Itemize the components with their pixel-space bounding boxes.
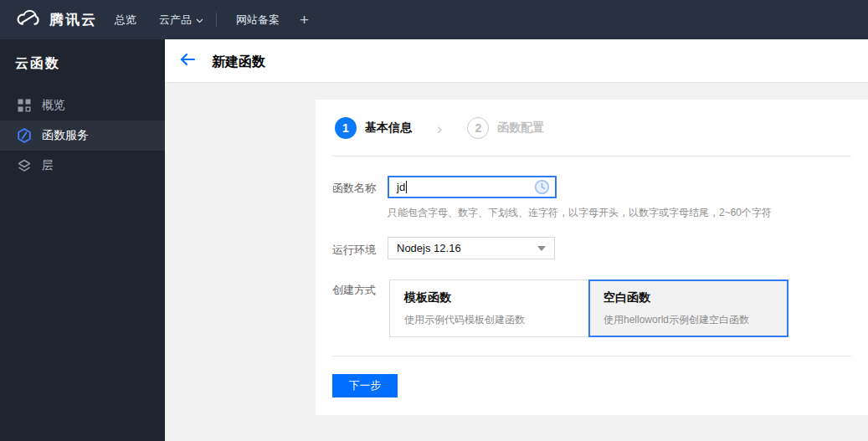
- tencent-cloud-logo[interactable]: 腾讯云: [15, 0, 97, 39]
- brand-name: 腾讯云: [49, 10, 97, 29]
- creation-method-options: 模板函数 使用示例代码模板创建函数 空白函数 使用helloworld示例创建空…: [389, 279, 788, 337]
- nav-item-overview[interactable]: 总览: [115, 0, 136, 39]
- nav-overview-label: 总览: [115, 13, 136, 28]
- sidebar-title: 云函数: [15, 55, 60, 73]
- app-window: 腾讯云 总览 云产品 网站备案 + 云函数: [0, 0, 868, 441]
- nav-item-website-beian[interactable]: 网站备案: [236, 0, 280, 39]
- nav-beian-label: 网站备案: [236, 13, 280, 28]
- option-title: 空白函数: [603, 290, 773, 305]
- step-separator-chevron-icon: ›: [437, 121, 442, 136]
- step-1-label: 基本信息: [365, 121, 412, 136]
- nav-divider: [216, 13, 217, 27]
- step-2-circle: 2: [467, 117, 489, 139]
- content-area: 1 基本信息 › 2 函数配置 函数名称 jd 只能包含字母、数字、下划线: [165, 83, 868, 441]
- step-1-circle: 1: [335, 117, 357, 139]
- grid-icon: [17, 98, 32, 113]
- caret-down-icon: [537, 246, 546, 251]
- runtime-label: 运行环境: [332, 243, 376, 258]
- clock-icon: [534, 179, 550, 195]
- option-description: 使用helloworld示例创建空白函数: [603, 313, 773, 327]
- footer-divider: [332, 356, 851, 356]
- function-name-input[interactable]: jd: [388, 176, 557, 198]
- page-title: 新建函数: [212, 54, 265, 71]
- sidebar-item-label: 概览: [42, 98, 65, 113]
- function-name-hint: 只能包含字母、数字、下划线、连字符，以字母开头，以数字或字母结尾，2~60个字符: [388, 206, 772, 220]
- sidebar-item-function-service[interactable]: 函数服务: [0, 121, 165, 151]
- page-header: 新建函数: [165, 39, 868, 83]
- nav-item-cloud-products[interactable]: 云产品: [159, 0, 203, 39]
- sidebar-item-overview[interactable]: 概览: [0, 90, 165, 121]
- sidebar-item-label: 函数服务: [42, 128, 89, 143]
- plus-icon: +: [300, 11, 309, 29]
- back-arrow-icon: [179, 53, 196, 69]
- back-button[interactable]: [178, 52, 197, 70]
- runtime-select[interactable]: Nodejs 12.16: [388, 237, 555, 259]
- sidebar-menu: 概览 函数服务 层: [0, 90, 165, 181]
- step-2-label: 函数配置: [497, 121, 544, 136]
- runtime-selected-value: Nodejs 12.16: [397, 242, 461, 254]
- option-description: 使用示例代码模板创建函数: [404, 313, 574, 327]
- chevron-down-icon: [196, 13, 203, 26]
- sidebar-item-layers[interactable]: 层: [0, 151, 165, 181]
- top-navbar: 腾讯云 总览 云产品 网站备案 +: [0, 0, 868, 39]
- option-title: 模板函数: [404, 290, 574, 305]
- wizard-steps: 1 基本信息 › 2 函数配置: [335, 117, 544, 139]
- text-cursor: [406, 181, 407, 193]
- steps-divider: [332, 156, 851, 156]
- function-name-value: jd: [397, 181, 405, 193]
- function-badge-icon: [17, 128, 32, 143]
- add-tab-button[interactable]: +: [300, 0, 309, 39]
- option-card-blank-function[interactable]: 空白函数 使用helloworld示例创建空白函数: [588, 279, 788, 337]
- option-card-template-function[interactable]: 模板函数 使用示例代码模板创建函数: [389, 279, 589, 337]
- nav-products-label: 云产品: [159, 13, 192, 28]
- next-step-button[interactable]: 下一步: [332, 374, 398, 397]
- sidebar: 云函数 概览: [0, 39, 165, 441]
- layers-icon: [17, 158, 32, 173]
- cloud-logo-icon: [15, 8, 41, 32]
- creation-method-label: 创建方式: [332, 283, 376, 298]
- sidebar-item-label: 层: [42, 158, 54, 173]
- function-name-label: 函数名称: [332, 181, 376, 196]
- create-function-panel: 1 基本信息 › 2 函数配置 函数名称 jd 只能包含字母、数字、下划线: [316, 100, 868, 415]
